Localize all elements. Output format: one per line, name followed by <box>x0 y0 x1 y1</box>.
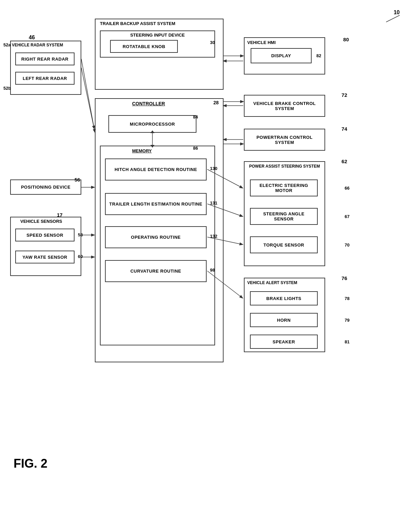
svg-line-2 <box>81 68 94 129</box>
steering-input-label: STEERING INPUT DEVICE <box>102 33 213 38</box>
fig-label: FIG. 2 <box>14 456 47 471</box>
svg-line-0 <box>386 15 400 22</box>
ref-52b: 52b <box>3 86 11 91</box>
memory-label: MEMORY <box>132 148 152 153</box>
steering-angle-label: STEERING ANGLE SENSOR <box>253 211 315 221</box>
display-box: DISPLAY <box>251 48 312 63</box>
yaw-rate-sensor-box: YAW RATE SENSOR <box>15 251 75 263</box>
rotatable-knob-label: ROTATABLE KNOB <box>123 44 165 49</box>
svg-line-1 <box>81 59 95 132</box>
ref-72: 72 <box>341 92 347 98</box>
torque-sensor-box: TORQUE SENSOR <box>250 236 318 253</box>
positioning-device-label: POSITIONING DEVICE <box>21 185 70 190</box>
right-rear-radar-label: RIGHT REAR RADAR <box>21 57 68 62</box>
ref-10: 10 <box>394 9 400 16</box>
ref-70: 70 <box>345 242 350 248</box>
ref-52a: 52a <box>3 42 11 47</box>
vehicle-hmi-label: VEHICLE HMI <box>247 40 276 45</box>
left-rear-radar-box: LEFT REAR RADAR <box>15 72 75 85</box>
curvature-routine-box: CURVATURE ROUTINE <box>105 260 207 282</box>
trailer-length-label: TRAILER LENGTH ESTIMATION ROUTINE <box>109 201 203 207</box>
microprocessor-label: MICROPROCESSOR <box>130 122 175 127</box>
ref-28: 28 <box>213 100 219 105</box>
ref-62: 62 <box>341 158 347 164</box>
ref-67: 67 <box>345 214 350 219</box>
powertrain-label: POWERTRAIN CONTROL SYSTEM <box>247 135 322 145</box>
ref-130: 130 <box>210 166 217 171</box>
ref-17: 17 <box>57 212 63 218</box>
torque-sensor-label: TORQUE SENSOR <box>264 242 304 248</box>
trailer-length-box: TRAILER LENGTH ESTIMATION ROUTINE <box>105 193 207 215</box>
ref-76: 76 <box>341 275 347 281</box>
ref-46: 46 <box>29 35 35 41</box>
speaker-box: SPEAKER <box>250 335 318 349</box>
ref-74: 74 <box>341 126 347 132</box>
powertrain-box: POWERTRAIN CONTROL SYSTEM <box>244 129 325 151</box>
electric-steering-label: ELECTRIC STEERING MOTOR <box>253 183 315 193</box>
vehicle-brake-box: VEHICLE BRAKE CONTROL SYSTEM <box>244 95 325 117</box>
operating-routine-label: OPERATING ROUTINE <box>131 235 181 240</box>
vehicle-radar-outer <box>10 41 81 95</box>
vehicle-radar-label: VEHICLE RADAR SYSTEM <box>12 43 63 47</box>
horn-box: HORN <box>250 313 318 327</box>
positioning-device-box: POSITIONING DEVICE <box>10 179 81 195</box>
ref-98: 98 <box>210 268 215 273</box>
ref-86: 86 <box>193 146 198 151</box>
left-rear-radar-label: LEFT REAR RADAR <box>23 76 67 81</box>
ref-30: 30 <box>210 40 215 45</box>
ref-66: 66 <box>345 186 350 191</box>
hitch-angle-label: HITCH ANGLE DETECTION ROUTINE <box>114 167 197 172</box>
ref-58: 58 <box>78 232 83 237</box>
ref-78: 78 <box>345 296 350 301</box>
display-label: DISPLAY <box>271 53 291 58</box>
speed-sensor-label: SPEED SENSOR <box>26 233 63 238</box>
microprocessor-box: MICROPROCESSOR <box>108 115 196 133</box>
vehicle-brake-label: VEHICLE BRAKE CONTROL SYSTEM <box>247 101 322 111</box>
vehicle-sensors-label: VEHICLE SENSORS <box>20 219 62 224</box>
ref-56: 56 <box>75 177 80 183</box>
steering-angle-box: STEERING ANGLE SENSOR <box>250 208 318 225</box>
rotatable-knob-box: ROTATABLE KNOB <box>110 40 178 53</box>
vehicle-alert-label: VEHICLE ALERT SYSTEM <box>247 280 297 285</box>
brake-lights-label: BRAKE LIGHTS <box>266 296 301 301</box>
ref-132: 132 <box>210 234 217 239</box>
trailer-backup-label: TRAILER BACKUP ASSIST SYSTEM <box>100 21 175 26</box>
ref-82: 82 <box>316 53 321 58</box>
ref-84: 84 <box>193 114 198 120</box>
ref-80: 80 <box>343 37 349 42</box>
operating-routine-box: OPERATING ROUTINE <box>105 226 207 248</box>
right-rear-radar-box: RIGHT REAR RADAR <box>15 52 75 65</box>
power-assist-label: POWER ASSIST STEERING SYSTEM <box>247 164 322 169</box>
vehicle-sensors-outer <box>10 217 81 276</box>
speed-sensor-box: SPEED SENSOR <box>15 229 75 241</box>
controller-label: CONTROLLER <box>132 101 165 106</box>
curvature-routine-label: CURVATURE ROUTINE <box>130 269 181 274</box>
horn-label: HORN <box>277 318 291 323</box>
brake-lights-box: BRAKE LIGHTS <box>250 291 318 305</box>
ref-81: 81 <box>345 339 350 344</box>
ref-60: 60 <box>78 254 83 259</box>
yaw-rate-sensor-label: YAW RATE SENSOR <box>22 255 67 260</box>
ref-131: 131 <box>210 200 217 206</box>
speaker-label: SPEAKER <box>273 339 295 344</box>
ref-79: 79 <box>345 318 350 323</box>
hitch-angle-box: HITCH ANGLE DETECTION ROUTINE <box>105 158 207 180</box>
electric-steering-box: ELECTRIC STEERING MOTOR <box>250 179 318 196</box>
